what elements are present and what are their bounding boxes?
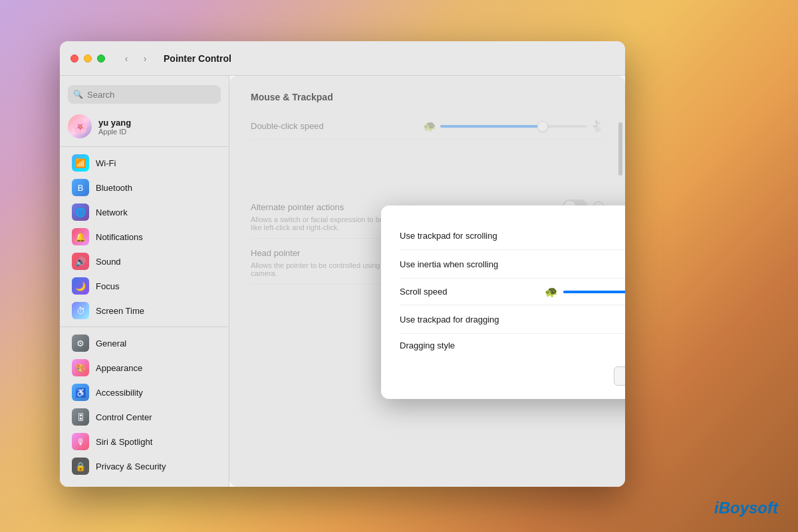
screentime-icon: ⏱ xyxy=(72,302,89,319)
appearance-icon: 🎨 xyxy=(72,359,89,376)
main-window: ‹ › Pointer Control 🔍 🌸 yu yang Apple ID xyxy=(60,41,625,487)
sound-icon: 🔊 xyxy=(72,253,89,270)
controlcenter-icon: 🎛 xyxy=(72,408,89,426)
inertia-scrolling-label: Use inertia when scrolling xyxy=(400,259,498,269)
maximize-button[interactable] xyxy=(97,55,105,63)
wifi-icon: 📶 xyxy=(72,154,89,172)
accessibility-icon: ♿ xyxy=(72,384,89,401)
forward-button[interactable]: › xyxy=(137,51,153,66)
modal-dialog: Use trackpad for scrolling Use inertia w… xyxy=(381,205,625,399)
sidebar-label-siri: Siri & Spotlight xyxy=(96,437,152,447)
sidebar-label-network: Network xyxy=(96,207,128,217)
sidebar-item-network[interactable]: 🌐 Network xyxy=(64,200,225,224)
sidebar-item-bluetooth[interactable]: B Bluetooth xyxy=(64,176,225,200)
trackpad-dragging-label: Use trackpad for dragging xyxy=(400,315,499,325)
sidebar-label-notifications: Notifications xyxy=(96,232,143,242)
sidebar-item-accessibility[interactable]: ♿ Accessibility xyxy=(64,380,225,404)
search-bar[interactable]: 🔍 xyxy=(68,85,221,104)
trackpad-dragging-row: Use trackpad for dragging xyxy=(400,305,625,334)
sidebar-item-wifi[interactable]: 📶 Wi-Fi xyxy=(64,151,225,175)
scroll-slow-icon: 🐢 xyxy=(545,285,558,298)
sidebar-label-bluetooth: Bluetooth xyxy=(96,183,132,193)
inertia-scrolling-row: Use inertia when scrolling xyxy=(400,250,625,279)
avatar: 🌸 xyxy=(68,114,92,138)
sidebar-label-screentime: Screen Time xyxy=(96,306,144,316)
window-body: 🔍 🌸 yu yang Apple ID 📶 Wi-Fi xyxy=(60,76,625,487)
scroll-speed-label: Scroll speed xyxy=(400,287,448,297)
search-input[interactable] xyxy=(87,90,215,100)
sidebar-item-focus[interactable]: 🌙 Focus xyxy=(64,274,225,298)
user-subtitle: Apple ID xyxy=(98,128,131,136)
sidebar-item-notifications[interactable]: 🔔 Notifications xyxy=(64,225,225,249)
trackpad-scrolling-label: Use trackpad for scrolling xyxy=(400,231,497,241)
user-info: yu yang Apple ID xyxy=(98,118,131,136)
sidebar-item-general[interactable]: ⚙ General xyxy=(64,331,225,355)
sidebar-item-siri[interactable]: 🎙 Siri & Spotlight xyxy=(64,430,225,454)
modal-footer: Cancel OK xyxy=(400,366,625,386)
privacy-icon: 🔒 xyxy=(72,458,89,475)
trackpad-scrolling-row: Use trackpad for scrolling xyxy=(400,221,625,250)
sidebar-label-accessibility: Accessibility xyxy=(96,388,143,398)
watermark: iBoysoft xyxy=(714,499,778,517)
scroll-speed-slider[interactable]: 🐢 🐇 xyxy=(545,285,625,298)
focus-icon: 🌙 xyxy=(72,277,89,295)
nav-buttons: ‹ › xyxy=(118,51,153,66)
sidebar-label-wifi: Wi-Fi xyxy=(96,158,116,168)
window-title: Pointer Control xyxy=(164,53,231,64)
general-icon: ⚙ xyxy=(72,334,89,352)
sidebar-item-controlcenter[interactable]: 🎛 Control Center xyxy=(64,405,225,429)
dragging-style-label: Dragging style xyxy=(400,340,455,350)
back-button[interactable]: ‹ xyxy=(118,51,134,66)
close-button[interactable] xyxy=(70,55,78,63)
sidebar-label-general: General xyxy=(96,338,126,348)
scroll-slider-track xyxy=(563,291,625,293)
watermark-prefix: i xyxy=(714,499,719,517)
user-profile[interactable]: 🌸 yu yang Apple ID xyxy=(60,110,229,142)
minimize-button[interactable] xyxy=(84,55,92,63)
scroll-slider-fill xyxy=(563,291,625,293)
bluetooth-icon: B xyxy=(72,179,89,196)
modal-overlay: Use trackpad for scrolling Use inertia w… xyxy=(229,76,625,487)
title-bar: ‹ › Pointer Control xyxy=(60,41,625,76)
sidebar-label-privacy: Privacy & Security xyxy=(96,462,166,471)
siri-icon: 🎙 xyxy=(72,433,89,450)
sidebar: 🔍 🌸 yu yang Apple ID 📶 Wi-Fi xyxy=(60,76,229,487)
network-icon: 🌐 xyxy=(72,203,89,221)
sidebar-label-controlcenter: Control Center xyxy=(96,412,152,422)
sidebar-divider xyxy=(60,146,229,147)
sidebar-label-appearance: Appearance xyxy=(96,363,142,373)
sidebar-item-sound[interactable]: 🔊 Sound xyxy=(64,249,225,273)
watermark-suffix: Boysoft xyxy=(719,499,778,517)
notifications-icon: 🔔 xyxy=(72,228,89,245)
sidebar-label-focus: Focus xyxy=(96,281,119,291)
user-name: yu yang xyxy=(98,118,131,128)
right-panel: Mouse & Trackpad Double-click speed 🐢 🐇 xyxy=(229,76,625,487)
dragging-style-row: Dragging style ✓ Without Drag Lock With … xyxy=(400,334,625,357)
sidebar-divider-2 xyxy=(60,327,229,327)
sidebar-item-appearance[interactable]: 🎨 Appearance xyxy=(64,356,225,380)
cancel-button[interactable]: Cancel xyxy=(614,366,625,386)
sidebar-item-screentime[interactable]: ⏱ Screen Time xyxy=(64,299,225,323)
sidebar-item-privacy[interactable]: 🔒 Privacy & Security xyxy=(64,454,225,478)
scroll-speed-row: Scroll speed 🐢 🐇 xyxy=(400,279,625,305)
search-icon: 🔍 xyxy=(73,90,83,99)
sidebar-label-sound: Sound xyxy=(96,257,121,267)
